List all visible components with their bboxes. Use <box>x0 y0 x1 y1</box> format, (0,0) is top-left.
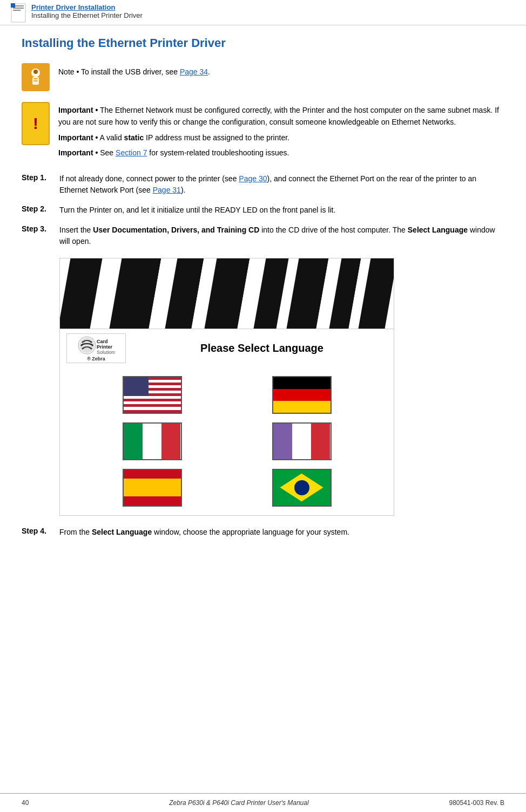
important-texts: Important • The Ethernet Network must be… <box>58 102 504 162</box>
step-2-label: Step 2. <box>22 204 59 213</box>
step-1-row: Step 1. If not already done, connect pow… <box>22 173 504 196</box>
important-text-3: Important • See Section 7 for system-rel… <box>58 147 504 159</box>
breadcrumb-text: Printer Driver Installation Installing t… <box>31 3 143 19</box>
zebra-logo-box: Card Printer Solutions ® Zebra <box>66 333 126 363</box>
select-language-title: Please Select Language <box>137 342 387 354</box>
svg-rect-5 <box>11 3 15 8</box>
important-icon: ! <box>22 102 50 145</box>
step-4-content: From the Select Language window, choose … <box>59 527 504 538</box>
main-content: Installing the Ethernet Printer Driver N… <box>0 25 526 557</box>
flag-italy[interactable] <box>123 422 182 460</box>
zebra-banner <box>60 258 394 329</box>
svg-text:Card: Card <box>97 339 108 344</box>
step-2-content: Turn the Printer on, and let it initiali… <box>59 204 504 216</box>
flag-france[interactable] <box>272 422 332 460</box>
step-3-row: Step 3. Insert the User Documentation, D… <box>22 224 504 247</box>
step-4-row: Step 4. From the Select Language window,… <box>22 527 504 538</box>
section7-link[interactable]: Section 7 <box>116 148 147 157</box>
svg-point-9 <box>33 70 38 74</box>
page-heading: Installing the Ethernet Printer Driver <box>22 36 504 50</box>
breadcrumb-subtitle: Installing the Ethernet Printer Driver <box>31 11 143 19</box>
step-4-label: Step 4. <box>22 527 59 535</box>
flag-spain[interactable] <box>123 469 182 507</box>
cd-window-image: Card Printer Solutions ® Zebra Please Se… <box>59 258 394 516</box>
important-text-2: Important • A valid static IP address mu… <box>58 132 504 144</box>
svg-rect-3 <box>13 8 24 9</box>
note-text: Note • To install the USB driver, see Pa… <box>58 63 210 78</box>
svg-rect-4 <box>13 10 21 11</box>
footer-right-text: 980541-003 Rev. B <box>449 799 504 807</box>
flag-usa[interactable] <box>123 376 182 414</box>
zebra-logo-bar: Card Printer Solutions ® Zebra Please Se… <box>60 329 394 367</box>
flag-brazil[interactable] <box>272 469 332 507</box>
note-icon <box>22 63 50 91</box>
step-3-content: Insert the User Documentation, Drivers, … <box>59 224 504 247</box>
page-footer: 40 Zebra P630i & P640i Card Printer User… <box>0 793 526 812</box>
note-link[interactable]: Page 34 <box>180 67 208 76</box>
svg-text:Printer: Printer <box>97 344 113 350</box>
note-box: Note • To install the USB driver, see Pa… <box>22 63 504 91</box>
header-icon <box>11 3 26 23</box>
footer-page-number: 40 <box>22 799 29 807</box>
svg-rect-10 <box>33 78 38 79</box>
footer-center-text: Zebra P630i & P640i Card Printer User's … <box>169 799 308 807</box>
flag-germany[interactable] <box>272 376 332 414</box>
step-2-row: Step 2. Turn the Printer on, and let it … <box>22 204 504 216</box>
svg-text:Solutions: Solutions <box>97 350 115 355</box>
steps-section: Step 1. If not already done, connect pow… <box>22 173 504 538</box>
breadcrumb-title[interactable]: Printer Driver Installation <box>31 3 143 11</box>
step-1-label: Step 1. <box>22 173 59 182</box>
important-box: ! Important • The Ethernet Network must … <box>22 102 504 162</box>
svg-rect-11 <box>33 80 38 81</box>
header-bar: Printer Driver Installation Installing t… <box>0 0 526 25</box>
important-text-1: Important • The Ethernet Network must be… <box>58 104 504 128</box>
page31-link[interactable]: Page 31 <box>153 186 181 194</box>
flag-grid <box>60 367 394 515</box>
step-3-label: Step 3. <box>22 224 59 233</box>
page30-link[interactable]: Page 30 <box>239 174 267 183</box>
step-1-content: If not already done, connect power to th… <box>59 173 504 196</box>
